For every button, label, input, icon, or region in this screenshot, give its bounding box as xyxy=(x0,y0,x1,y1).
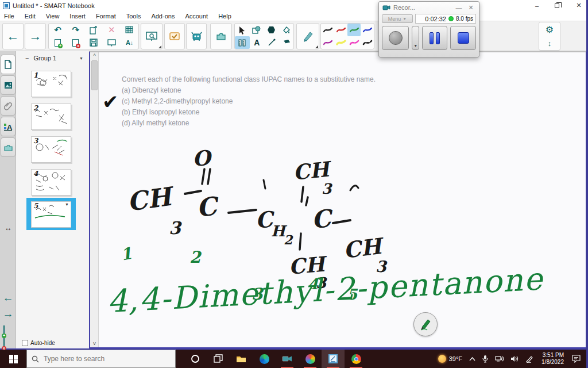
page-thumbnail-1[interactable]: 1 xyxy=(31,71,71,97)
scroll-down-icon[interactable]: v xyxy=(90,340,99,347)
next-page-button[interactable]: → xyxy=(25,23,46,49)
sidebar-add-page-button[interactable]: + xyxy=(3,326,5,336)
screen-shade-button[interactable] xyxy=(103,36,121,49)
record-button[interactable] xyxy=(382,26,409,50)
tab-properties[interactable]: A xyxy=(1,117,16,136)
clock-widget[interactable]: 3:51 PM 1/8/2022 xyxy=(537,352,568,366)
sidebar-delete-page-button[interactable]: x xyxy=(3,339,5,349)
collapse-group-icon[interactable]: − xyxy=(25,55,29,62)
activity-builder-button[interactable] xyxy=(210,23,232,49)
volume-tray-button[interactable] xyxy=(507,350,522,368)
smart-notebook-taskbar-button[interactable] xyxy=(322,350,345,368)
taskbar-search[interactable] xyxy=(26,350,176,368)
chrome-button[interactable] xyxy=(345,350,368,368)
undo-button[interactable]: ↶ xyxy=(49,24,67,36)
page-thumbnail-2[interactable]: 2 xyxy=(31,103,71,130)
menu-tools[interactable]: Tools xyxy=(126,13,141,20)
customize-toolbar-button[interactable]: ⚙ xyxy=(539,22,560,36)
network-tray-button[interactable] xyxy=(492,350,507,368)
page-thumbnail-5-selected[interactable]: 5 ▼ xyxy=(26,198,76,230)
recorder-menu-button[interactable]: Menu▼ xyxy=(382,14,413,23)
eraser-tool-button[interactable] xyxy=(279,36,294,49)
canvas-vertical-scrollbar[interactable]: ^ v xyxy=(90,52,99,347)
redo-button[interactable]: ↷ xyxy=(67,24,84,36)
line-tool-button[interactable] xyxy=(264,36,279,49)
action-center-button[interactable] xyxy=(568,350,586,368)
screen-capture-button[interactable] xyxy=(141,23,163,49)
tab-gallery[interactable] xyxy=(1,75,16,95)
record-options-button[interactable]: ▼ xyxy=(412,26,419,50)
page-thumbnail-4[interactable]: 4 xyxy=(31,169,71,195)
page-thumbnail-3[interactable]: 3 xyxy=(31,136,71,163)
notebook-canvas[interactable]: Convert each of the following functional… xyxy=(99,52,586,347)
recorder-minimize-button[interactable]: — xyxy=(454,4,463,11)
task-view-button[interactable] xyxy=(207,350,230,368)
menu-help[interactable]: Help xyxy=(218,13,231,20)
response-button[interactable] xyxy=(164,23,185,49)
cortana-button[interactable] xyxy=(184,350,207,368)
tray-expand-button[interactable] xyxy=(466,350,479,368)
menu-format[interactable]: Format xyxy=(96,13,116,20)
measurement-tools-button[interactable] xyxy=(235,36,250,49)
pause-button[interactable] xyxy=(422,26,448,50)
delete-page-button[interactable]: x xyxy=(67,36,84,49)
autohide-checkbox[interactable] xyxy=(22,340,28,346)
window-restore-button[interactable] xyxy=(548,0,566,11)
microphone-tray-button[interactable] xyxy=(479,350,492,368)
recorder-close-button[interactable]: ✕ xyxy=(466,4,475,12)
pen-blue-button[interactable] xyxy=(361,24,374,36)
page-menu-caret-icon[interactable]: ▼ xyxy=(65,202,69,206)
menu-account[interactable]: Account xyxy=(185,13,208,20)
menu-edit[interactable]: Edit xyxy=(25,13,36,20)
pen-tool-button[interactable] xyxy=(296,23,319,49)
pen-magenta-button[interactable] xyxy=(321,36,334,49)
window-minimize-button[interactable]: – xyxy=(528,0,546,11)
tab-addons[interactable] xyxy=(1,137,16,157)
page-thumbnail-5[interactable]: 5 ▼ xyxy=(31,201,71,228)
menu-addons[interactable]: Add-ons xyxy=(151,13,175,20)
window-close-button[interactable]: ✕ xyxy=(570,0,587,11)
smart-ink-button[interactable] xyxy=(299,350,322,368)
stop-button[interactable] xyxy=(450,26,476,50)
pen-green-button[interactable] xyxy=(347,24,361,36)
shapes-tool-button[interactable] xyxy=(250,24,265,36)
add-page-button[interactable]: + xyxy=(49,36,67,49)
pen-yellow-button[interactable] xyxy=(334,36,347,49)
pen-tray-button[interactable] xyxy=(522,350,537,368)
select-tool-button[interactable] xyxy=(235,24,250,36)
menu-file[interactable]: File xyxy=(4,13,14,20)
delete-button[interactable]: ✕ xyxy=(103,24,121,36)
search-input[interactable] xyxy=(44,355,158,363)
save-button[interactable] xyxy=(84,36,102,49)
smart-recorder-button[interactable] xyxy=(276,350,299,368)
sidebar-previous-page-button[interactable]: ← xyxy=(0,292,16,304)
tab-page-sorter[interactable] xyxy=(1,55,16,74)
table-button[interactable] xyxy=(121,24,138,36)
pen-marker-button[interactable] xyxy=(361,36,374,49)
pen-black-button[interactable] xyxy=(321,24,334,36)
lesson-activity-button[interactable] xyxy=(186,23,207,49)
pen-pink-button[interactable] xyxy=(347,36,361,49)
scroll-up-icon[interactable]: ^ xyxy=(90,52,99,60)
menu-view[interactable]: View xyxy=(46,13,60,20)
group-header[interactable]: − Group 1 ▼ xyxy=(16,53,89,63)
autohide-control[interactable]: Auto-hide xyxy=(22,340,55,346)
edge-button[interactable] xyxy=(253,350,276,368)
sidebar-next-page-button[interactable]: → xyxy=(0,308,16,320)
move-sidebar-icon[interactable]: ↔ xyxy=(0,224,16,232)
paste-button[interactable] xyxy=(84,24,102,36)
tab-attachments[interactable] xyxy=(1,96,16,116)
file-explorer-button[interactable] xyxy=(230,350,253,368)
sort-button[interactable]: A↓ xyxy=(121,36,138,49)
fill-tool-button[interactable] xyxy=(279,24,294,36)
scrollbar-thumb[interactable] xyxy=(91,60,98,90)
weather-widget[interactable]: 39°F xyxy=(435,355,466,363)
previous-page-button[interactable]: ← xyxy=(2,23,24,49)
start-button[interactable] xyxy=(0,350,26,368)
group-menu-caret-icon[interactable]: ▼ xyxy=(79,56,83,60)
polygon-tool-button[interactable] xyxy=(264,24,279,36)
text-tool-button[interactable]: A xyxy=(250,36,265,49)
menu-insert[interactable]: Insert xyxy=(69,13,86,20)
move-toolbar-button[interactable]: ↕ xyxy=(539,36,560,50)
pen-red-button[interactable] xyxy=(334,24,347,36)
